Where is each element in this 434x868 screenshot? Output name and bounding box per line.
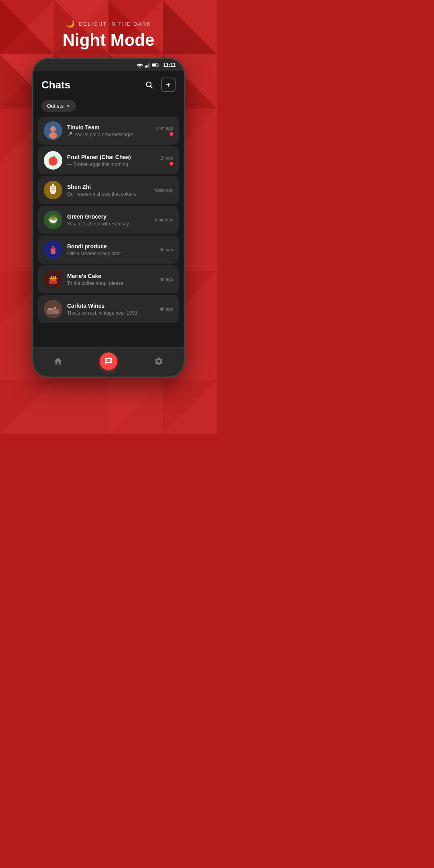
outlets-filter[interactable]: Outlets ▼ <box>41 100 76 112</box>
svg-rect-40 <box>149 63 150 68</box>
chat-info-marias: Maria's Cake To the coffee shop, please <box>67 273 155 286</box>
chat-name-shenzhi: Shen Zhi <box>67 184 149 190</box>
chat-info-shen-zhi: Shen Zhi Our research shows that colours <box>67 184 149 197</box>
app-content: Chats + Outlets ▼ <box>33 71 184 347</box>
search-icon <box>145 81 153 89</box>
header-area: 🌙 DELIGHT IN THE DARK Night Mode <box>0 0 217 58</box>
svg-rect-39 <box>148 63 149 68</box>
chat-nav-button[interactable] <box>100 352 117 370</box>
chat-info-fruit-planet: Fruit Planet (Chai Chee) ••• Broken eggs… <box>67 154 155 167</box>
chat-meta-shenzhi: Yesterday <box>154 188 173 192</box>
chat-time-shenzhi: Yesterday <box>154 188 173 192</box>
avatar-carlota <box>44 300 62 318</box>
svg-rect-69 <box>51 276 52 278</box>
chat-preview-marias: To the coffee shop, please <box>67 280 155 286</box>
header-title: Night Mode <box>0 31 217 50</box>
chat-item-bondi-produce[interactable]: Bondi produce Olisia created group chat … <box>38 235 179 264</box>
chat-meta-green: Yesterday <box>154 217 173 222</box>
search-button[interactable] <box>142 78 156 92</box>
plus-icon: + <box>166 81 171 89</box>
spacer <box>33 323 184 347</box>
svg-point-64 <box>52 247 54 249</box>
chat-time-tinvio: 34m ago <box>156 126 173 131</box>
svg-rect-71 <box>55 276 56 278</box>
svg-point-47 <box>49 132 57 139</box>
svg-rect-57 <box>51 189 55 190</box>
avatar-tinvio-team <box>44 121 62 140</box>
chat-meta-carlota: 4h ago <box>160 307 173 311</box>
chat-name-fruit: Fruit Planet (Chai Chee) <box>67 154 155 160</box>
nav-chat[interactable] <box>98 353 119 369</box>
unread-dot-fruit <box>170 162 173 166</box>
settings-icon <box>154 356 164 366</box>
chat-preview-bondi: Olisia created group chat <box>67 251 155 256</box>
app-header: Chats + <box>33 71 184 97</box>
bottom-nav <box>33 347 184 377</box>
nav-settings[interactable] <box>149 353 169 369</box>
home-icon <box>53 356 63 366</box>
chat-bubble-icon <box>104 357 113 365</box>
status-icons <box>137 63 159 68</box>
svg-point-51 <box>53 158 56 164</box>
chat-info-bondi: Bondi produce Olisia created group chat <box>67 243 155 256</box>
chat-name-carlota: Carlota Wines <box>67 303 155 309</box>
status-time: 11:11 <box>163 62 176 68</box>
battery-icon <box>152 63 159 67</box>
chat-item-carlota-wines[interactable]: Carlota Wines That's correct, vintage ye… <box>38 295 179 323</box>
nav-home[interactable] <box>48 353 68 369</box>
svg-point-75 <box>54 307 56 309</box>
svg-rect-42 <box>152 64 156 66</box>
avatar-bondi <box>44 240 62 259</box>
chat-list: Tinvio Team 🎤 You've got a new message! … <box>33 117 184 323</box>
chat-item-green-grocery[interactable]: 🥗 Green Grocery Yes, let's check with Ra… <box>38 206 179 234</box>
signal-icon <box>145 63 150 68</box>
svg-rect-48 <box>51 127 55 130</box>
dots-icon: ••• <box>67 162 72 167</box>
chat-name-bondi: Bondi produce <box>67 243 155 250</box>
chat-preview-green: Yes, let's check with Ramsey <box>67 221 149 227</box>
chat-meta-fruit: 1h ago <box>160 156 173 166</box>
status-bar: 11:11 <box>33 59 184 71</box>
header-subtitle: 🌙 DELIGHT IN THE DARK <box>0 19 217 28</box>
chat-preview-shenzhi: Our research shows that colours <box>67 191 149 197</box>
chat-time-green: Yesterday <box>154 217 173 222</box>
svg-rect-56 <box>51 187 55 188</box>
chat-time-marias: 4h ago <box>160 277 173 282</box>
chat-item-fruit-planet[interactable]: Fruit Planet (Chai Chee) ••• Broken eggs… <box>38 146 179 174</box>
svg-rect-70 <box>53 276 54 278</box>
wifi-icon <box>137 63 143 68</box>
moon-icon: 🌙 <box>66 19 76 28</box>
avatar-marias-cake <box>44 270 62 289</box>
svg-rect-38 <box>146 65 147 68</box>
svg-point-55 <box>52 184 54 186</box>
chat-meta-marias: 4h ago <box>160 277 173 282</box>
chat-meta-tinvio: 34m ago <box>156 126 173 136</box>
add-chat-button[interactable]: + <box>161 78 176 92</box>
filter-label: Outlets <box>47 103 63 109</box>
svg-rect-37 <box>145 66 146 68</box>
chat-preview-fruit: ••• Broken eggs this morning <box>67 162 155 167</box>
filter-area: Outlets ▼ <box>33 97 184 117</box>
chat-time-bondi: 4h ago <box>160 247 173 252</box>
chat-info-green-grocery: Green Grocery Yes, let's check with Rams… <box>67 213 149 227</box>
phone-mockup: 11:11 Chats + Outlets <box>32 58 185 378</box>
chat-preview-carlota: That's correct, vintage year 1998 <box>67 310 155 316</box>
chat-name-tinvio: Tinvio Team <box>67 124 151 131</box>
avatar-fruit-planet <box>44 151 62 170</box>
chat-time-fruit: 1h ago <box>160 156 173 160</box>
svg-text:🥗: 🥗 <box>49 215 58 224</box>
app-title: Chats <box>41 79 70 91</box>
svg-rect-54 <box>51 193 55 194</box>
chat-item-shen-zhi[interactable]: Shen Zhi Our research shows that colours… <box>38 176 179 204</box>
chat-time-carlota: 4h ago <box>160 307 173 311</box>
unread-dot-tinvio <box>170 132 173 136</box>
header-actions: + <box>142 78 176 92</box>
svg-rect-76 <box>49 311 51 313</box>
chat-info-carlota: Carlota Wines That's correct, vintage ye… <box>67 303 155 316</box>
chat-item-marias-cake[interactable]: Maria's Cake To the coffee shop, please … <box>38 265 179 293</box>
chat-item-tinvio-team[interactable]: Tinvio Team 🎤 You've got a new message! … <box>38 117 179 145</box>
mic-icon: 🎤 <box>67 132 73 137</box>
chat-info-tinvio-team: Tinvio Team 🎤 You've got a new message! <box>67 124 151 137</box>
svg-rect-74 <box>48 308 53 310</box>
avatar-green-grocery: 🥗 <box>44 211 62 229</box>
